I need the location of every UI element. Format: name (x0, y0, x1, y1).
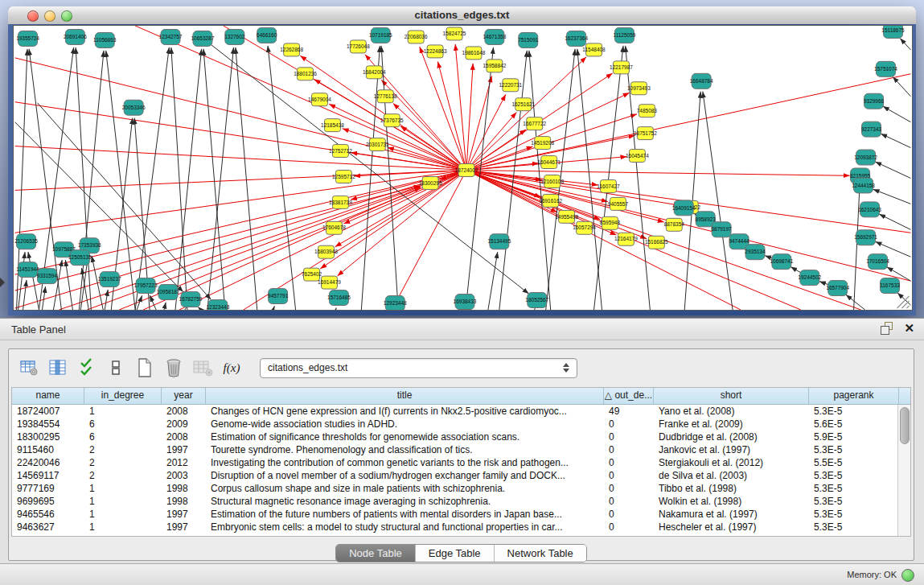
graph-node[interactable]: 16057294 (573, 221, 596, 234)
graph-node[interactable]: 15166825 (645, 236, 668, 249)
graph-node[interactable]: 18801236 (294, 68, 317, 80)
graph-node[interactable]: 6879197 (711, 222, 732, 237)
graph-node[interactable]: 11451944 (16, 262, 39, 278)
column-button[interactable] (46, 356, 70, 380)
graph-node[interactable]: 15134495 (487, 234, 511, 249)
graph-node[interactable]: 9331594 (37, 269, 58, 284)
graph-node[interactable]: 14679004 (308, 93, 331, 106)
memory-status-indicator[interactable] (901, 569, 914, 582)
graph-node[interactable]: 12595712 (332, 170, 355, 183)
graph-node[interactable]: 12444158 (852, 178, 875, 193)
graph-node[interactable]: 16803948 (314, 245, 338, 258)
graph-node[interactable]: 12342757 (159, 29, 183, 44)
graph-node[interactable]: 22068036 (405, 31, 428, 43)
vertical-scrollbar[interactable] (897, 405, 910, 536)
window-titlebar[interactable]: citations_edges.txt (8, 6, 916, 25)
column-header-short[interactable]: short (654, 388, 809, 404)
graph-node[interactable]: 16210643 (858, 202, 881, 217)
graph-node[interactable]: 16648784 (690, 73, 713, 89)
table-row[interactable]: 1456911722003Disruption of a novel membe… (12, 469, 910, 482)
float-panel-icon[interactable] (880, 322, 893, 335)
graph-node[interactable]: 19244502 (798, 270, 821, 286)
graph-node[interactable]: 15716485 (327, 290, 351, 306)
column-header-year[interactable]: year (162, 388, 206, 404)
graph-node[interactable]: 9457791 (268, 289, 289, 304)
graph-node[interactable]: 15824725 (443, 27, 466, 40)
graph-node[interactable]: 21206535 (14, 234, 38, 249)
graph-node[interactable]: 12160108 (540, 175, 564, 187)
graph-node[interactable]: 19355724 (16, 31, 39, 46)
graph-node[interactable]: 9329966 (864, 93, 885, 109)
graph-node[interactable]: 8878354 (664, 218, 685, 231)
graph-node[interactable]: 17016504 (866, 254, 889, 270)
graph-node[interactable]: 2935134 (745, 245, 766, 260)
graph-node[interactable]: 12220731 (499, 79, 522, 92)
graph-node[interactable]: 7515091 (518, 32, 539, 47)
graph-node[interactable]: 19861648 (462, 47, 486, 60)
scrollbar-thumb[interactable] (900, 407, 910, 444)
rows-button[interactable] (104, 356, 128, 380)
graph-node[interactable]: 8595948 (600, 216, 621, 229)
table-row[interactable]: 969969511998Structural magnetic resonanc… (12, 495, 910, 508)
graph-node[interactable]: 9227343 (861, 122, 882, 137)
graph-node[interactable]: 12185438 (321, 119, 344, 132)
graph-node[interactable]: 15751074 (874, 61, 897, 76)
graph-node[interactable]: 11607427 (597, 179, 620, 192)
column-header-pagerank[interactable]: pagerank (809, 388, 899, 404)
column-header-in_degree[interactable]: in_degree (84, 388, 162, 404)
graph-node[interactable]: 14519208 (531, 137, 554, 150)
column-header-title[interactable]: title (206, 388, 604, 404)
graph-node[interactable]: 11056863 (93, 32, 117, 47)
close-panel-icon[interactable]: ✕ (904, 322, 914, 335)
panel-collapse-arrow[interactable] (0, 278, 5, 287)
table-selector-dropdown[interactable]: citations_edges.txt (260, 358, 577, 378)
table-row[interactable]: 2242004622012Investigating the contribut… (12, 456, 910, 469)
graph-node[interactable]: 15118675 (881, 26, 905, 38)
graph-node[interactable]: 9405557 (608, 197, 629, 210)
graph-node[interactable]: 1327602 (224, 29, 245, 44)
graph-node[interactable]: 12752712 (329, 145, 352, 158)
graph-node[interactable]: 14671358 (483, 29, 506, 44)
graph-node[interactable]: 16045474 (626, 150, 649, 163)
graph-node[interactable]: 12217987 (610, 61, 633, 74)
graph-node[interactable]: 17957223 (134, 278, 158, 294)
table-row[interactable]: 1938455462009Genome-wide association stu… (12, 418, 910, 431)
graph-node[interactable]: 10719185 (369, 27, 392, 43)
graph-node[interactable]: 12164179 (614, 233, 638, 245)
graph-node[interactable]: 16842004 (363, 66, 386, 79)
graph-node[interactable]: 11125059 (614, 27, 636, 43)
graph-node[interactable]: 16237364 (565, 31, 588, 46)
graph-node[interactable]: 16677722 (523, 117, 546, 130)
graph-node[interactable]: 12505135 (68, 250, 92, 266)
graph-node[interactable]: 12093872 (854, 150, 877, 165)
graph-node[interactable]: 16782759 (179, 292, 203, 307)
delete-icon[interactable] (162, 356, 186, 380)
graph-node[interactable]: 6466160 (257, 27, 277, 43)
table-row[interactable]: 1872400712008Changes of HCN gene express… (12, 405, 910, 418)
tab-edge-table[interactable]: Edge Table (416, 545, 495, 562)
network-canvas-container[interactable]: 1872400712262868188012361467900412185438… (13, 25, 913, 311)
column-header-out_de[interactable]: △ out_de... (604, 388, 654, 404)
graph-node[interactable]: 18300295 (419, 176, 442, 189)
new-document-icon[interactable] (133, 356, 157, 380)
function-icon[interactable]: f(x) (220, 356, 244, 380)
graph-node[interactable]: 13519237 (98, 272, 121, 287)
graph-node[interactable]: 16914479 (318, 276, 341, 289)
import-table-icon[interactable] (191, 356, 215, 380)
graph-node[interactable]: 12262868 (280, 43, 303, 56)
graph-node[interactable]: 16916162 (539, 194, 562, 207)
tab-node-table[interactable]: Node Table (336, 545, 416, 562)
table-row[interactable]: 946554611997Estimation of the future num… (12, 508, 910, 521)
graph-node[interactable]: 15958842 (483, 60, 506, 72)
graph-node[interactable]: 16251621 (511, 98, 535, 111)
table-row[interactable]: 911546021997Tourette syndrome. Phenomeno… (12, 443, 910, 456)
graph-node[interactable]: 10653287 (191, 31, 215, 46)
select-rows-button[interactable] (75, 356, 99, 380)
graph-node[interactable]: 18724007 (455, 164, 478, 177)
table-row[interactable]: 977716911998Corpus callosum shape and si… (12, 482, 910, 495)
graph-node[interactable]: 14955498 (555, 210, 578, 223)
graph-node[interactable]: 17604678 (322, 221, 346, 234)
graph-node[interactable]: 20691406 (64, 29, 87, 44)
graph-node[interactable]: 7485083 (637, 105, 658, 117)
graph-node[interactable]: 12923448 (384, 296, 407, 310)
